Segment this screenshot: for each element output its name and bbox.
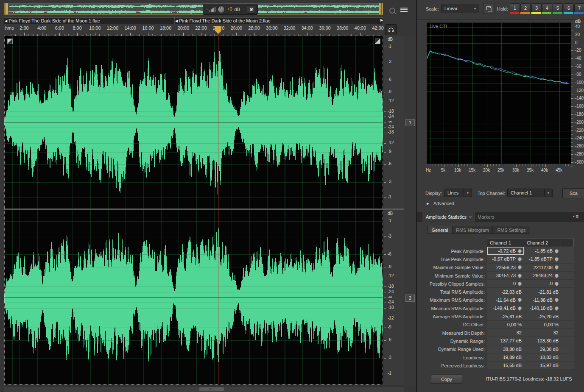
location-pin-icon[interactable] (517, 297, 523, 303)
location-pin-icon[interactable] (517, 306, 523, 311)
location-pin-icon[interactable] (517, 256, 523, 262)
scrollbar-thumb[interactable] (199, 387, 224, 391)
clip-label-2[interactable]: ◀ Pink Floyd The Dark Side of the Moon 2… (175, 17, 383, 24)
stat-value-cell[interactable]: 22556,23 (487, 264, 524, 272)
hold-button-2[interactable]: 2 (520, 3, 531, 12)
subtab-rms-settings[interactable]: RMS Settings (493, 226, 530, 234)
stat-value-cell[interactable]: -15,55 dB (487, 361, 524, 370)
location-pin-icon[interactable] (554, 297, 559, 303)
advanced-label[interactable]: Advanced (433, 201, 454, 206)
location-pin-icon[interactable] (517, 264, 523, 270)
stat-value-cell[interactable]: -22,03 dB (487, 288, 524, 296)
stat-value-cell[interactable]: -1,85 dBTP (524, 255, 561, 263)
stat-value-cell[interactable]: -18,83 dB (524, 353, 561, 361)
stat-value-cell[interactable]: -11,64 dB (487, 296, 524, 304)
advanced-expander-icon[interactable]: ▶ (427, 202, 429, 206)
hold-button-1[interactable]: 1 (510, 3, 520, 12)
tab-amplitude-statistics[interactable]: Amplitude Statistics × (422, 212, 475, 222)
overview-scrollbar[interactable] (4, 3, 383, 15)
hud-pin-button[interactable] (247, 5, 255, 14)
stat-value-cell[interactable]: 22112,08 (524, 264, 561, 272)
scale-dropdown[interactable]: Linear ▼ (441, 4, 479, 13)
channel-divider[interactable] (4, 209, 416, 210)
stat-value-cell[interactable]: 137,77 dB (487, 337, 524, 345)
stat-value-cell[interactable]: -26483,24 (524, 272, 561, 280)
copy-button[interactable]: Copy (431, 375, 462, 384)
selection-handle-topleft[interactable] (7, 39, 13, 44)
stat-value-cell[interactable]: 128,30 dB (524, 337, 561, 345)
channel-2-button[interactable]: 2 (405, 295, 415, 302)
stat-value-cell[interactable]: 0 (524, 280, 561, 288)
hold-button-5[interactable]: 5 (553, 3, 563, 12)
gain-value[interactable]: +0 (227, 6, 232, 12)
location-pin-icon[interactable] (554, 248, 559, 254)
stat-value-cell[interactable]: 32 (487, 329, 524, 337)
display-dropdown[interactable]: Lines ▼ (444, 189, 472, 197)
time-tick-label: 4:00 (34, 25, 50, 31)
stat-value-cell[interactable]: -19,89 dB (487, 353, 524, 361)
stat-value-cell[interactable]: -0,72 dB (487, 247, 524, 255)
subtab-general[interactable]: General (428, 226, 452, 234)
stat-value-cell[interactable]: -25,20 dB (524, 312, 561, 320)
location-pin-icon[interactable] (517, 281, 523, 286)
stat-value-cell[interactable]: -25,61 dB (487, 312, 524, 320)
top-channel-dropdown[interactable]: Channel 1 ▼ (507, 189, 553, 197)
stat-value-cell[interactable]: -30151,73 (487, 272, 524, 280)
waveform-channel-2[interactable] (4, 210, 383, 385)
overview-right-handle[interactable] (379, 3, 383, 14)
selection-handle-topright[interactable] (375, 39, 380, 44)
db-ruler-tick (384, 236, 386, 237)
stat-value-cell[interactable]: -0,67 dBTP (487, 255, 524, 263)
stat-value-cell[interactable]: 0 (487, 280, 524, 288)
hold-button-6[interactable]: 6 (564, 3, 574, 12)
channel-1-button[interactable]: 1 (405, 119, 415, 126)
stat-value-cell[interactable]: -21,81 dB (524, 288, 561, 296)
gain-knob[interactable] (218, 6, 225, 13)
panel-menu-button[interactable]: ▼ ≡ (573, 214, 578, 220)
stat-value-cell[interactable]: 0,00 % (524, 321, 561, 329)
hold-button-4[interactable]: 4 (542, 3, 552, 12)
zoom-tool-icon[interactable] (389, 8, 395, 14)
timeline-ruler[interactable]: hms 2:004:006:008:0010:0012:0014:0016:00… (4, 24, 383, 36)
stat-value-cell[interactable]: -140,18 dB (524, 304, 561, 312)
location-pin-icon[interactable] (554, 256, 559, 262)
hold-button-7[interactable]: 7 (574, 3, 584, 12)
frequency-analysis-plot[interactable] (427, 22, 571, 164)
menu-list-icon[interactable] (400, 8, 408, 13)
db-ruler-tick (384, 92, 386, 92)
close-icon[interactable]: × (469, 214, 472, 220)
scan-button[interactable]: Sca (562, 188, 584, 198)
y-tick-minor (571, 55, 573, 55)
monitor-button[interactable] (386, 24, 397, 35)
waveform-channel-1[interactable] (4, 36, 383, 209)
location-pin-icon[interactable] (554, 273, 559, 278)
x-tick (514, 164, 514, 166)
copy-graph-button[interactable] (483, 3, 495, 14)
location-pin-icon[interactable] (517, 273, 523, 278)
stat-value-cell[interactable]: 39,30 dB (524, 345, 561, 353)
stats-column-header[interactable]: Channel 2 (524, 239, 561, 247)
clip-overflow-icon[interactable]: ▶ (380, 18, 383, 22)
location-pin-icon[interactable] (517, 248, 523, 254)
stat-value-cell[interactable]: -149,41 dB (487, 304, 524, 312)
hud-grip-icon[interactable] (205, 6, 207, 12)
stat-value-cell[interactable]: -15,97 dB (524, 361, 561, 370)
clip-label-1[interactable]: ◀ Pink Floyd The Dark Side of the Moon 1… (4, 17, 175, 24)
location-pin-icon[interactable] (554, 306, 559, 311)
location-pin-icon[interactable] (554, 281, 559, 286)
location-pin-icon[interactable] (554, 264, 559, 270)
hold-button-3[interactable]: 3 (531, 3, 542, 12)
overview-left-handle[interactable] (5, 3, 8, 14)
time-tick-label: 18:00 (157, 25, 174, 31)
horizontal-scrollbar[interactable] (4, 386, 404, 392)
subtab-rms-histogram[interactable]: RMS Histogram (452, 226, 493, 234)
stat-value-cell[interactable]: 0,00 % (487, 321, 524, 329)
tab-markers[interactable]: Markers (473, 212, 499, 222)
stat-value-cell[interactable]: 38,80 dB (487, 345, 524, 353)
live-cti-label: Live CTI (430, 24, 447, 29)
db-gridline (4, 62, 383, 62)
stat-value-cell[interactable]: -1,85 dB (524, 247, 561, 255)
stat-value-cell[interactable]: 32 (524, 329, 561, 337)
stats-column-header[interactable]: Channel 1 (487, 239, 524, 247)
stat-value-cell[interactable]: -11,88 dB (524, 296, 561, 304)
